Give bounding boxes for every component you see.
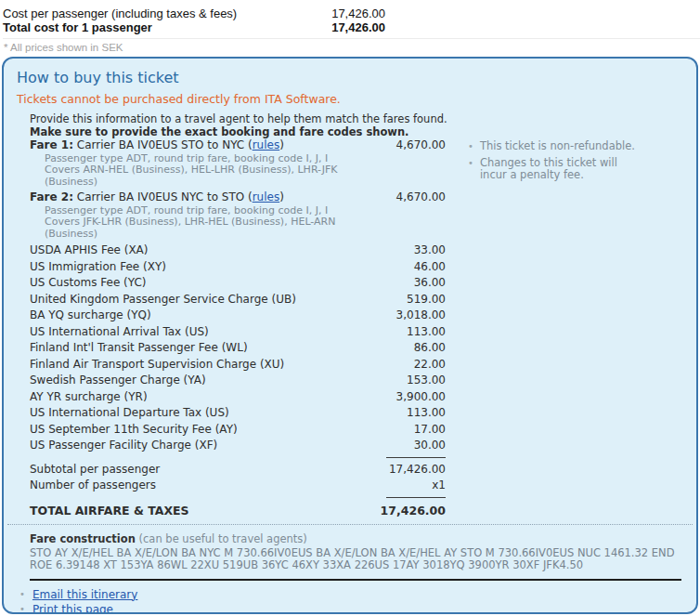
bullet-icon: • bbox=[468, 157, 473, 182]
fare-1-label: Fare 1: bbox=[30, 138, 73, 151]
total-cost-row: Total cost for 1 passenger 17,426.00 bbox=[3, 20, 385, 34]
fees-and-notes: Fare 1: Carrier BA IV0EUS STO to NYC (ru… bbox=[30, 138, 685, 519]
subtotal-row: Subtotal per passenger17,426.00 bbox=[30, 462, 446, 478]
bullet-icon: • bbox=[19, 602, 25, 614]
grand-total-row: TOTAL AIRFARE & TAXES17,426.00 bbox=[30, 502, 446, 519]
footer-links: • Email this itinerary • Print this page bbox=[19, 587, 685, 615]
ticket-notes: • This ticket is non-refundable. • Chang… bbox=[468, 138, 663, 519]
fare-2-covers: Covers JFK-LHR (Business), LHR-HEL (Busi… bbox=[45, 216, 390, 240]
panel-title: How to buy this ticket bbox=[17, 69, 685, 86]
fee-row-ub: United Kingdom Passenger Service Charge … bbox=[30, 292, 446, 308]
fee-row-ay: US September 11th Security Fee (AY)17.00 bbox=[30, 422, 446, 439]
print-page-row: • Print this page bbox=[19, 602, 685, 614]
fare-1-details: Passenger type ADT, round trip fare, boo… bbox=[45, 153, 390, 189]
cost-per-passenger-row: Cost per passenger (including taxes & fe… bbox=[3, 7, 385, 20]
fare-2-details: Passenger type ADT, round trip fare, boo… bbox=[45, 205, 390, 241]
intro-line-1: Provide this information to a travel age… bbox=[30, 113, 685, 126]
fare-1-description: Fare 1: Carrier BA IV0EUS STO to NYC (ru… bbox=[30, 138, 371, 152]
email-itinerary-row: • Email this itinerary bbox=[19, 587, 685, 603]
fare-1-covers: Covers ARN-HEL (Business), HEL-LHR (Busi… bbox=[45, 164, 390, 188]
fare-2-label: Fare 2: bbox=[30, 190, 73, 203]
fare-2-rules-link[interactable]: rules bbox=[253, 190, 280, 203]
fee-row-us-arrival: US International Arrival Tax (US)113.00 bbox=[30, 324, 446, 341]
total-rule bbox=[386, 497, 446, 498]
total-cost-value: 17,426.00 bbox=[274, 20, 385, 34]
bottom-divider bbox=[30, 579, 681, 581]
panel-content: Provide this information to a travel age… bbox=[30, 113, 685, 519]
fare-1-rules-link[interactable]: rules bbox=[253, 138, 280, 151]
note-penalty-fee: • Changes to this ticket will incur a pe… bbox=[468, 157, 663, 182]
fare-construction-title: Fare construction bbox=[30, 532, 136, 545]
fees-subtotal-rule bbox=[386, 457, 446, 458]
fee-row-xa: USDA APHIS Fee (XA)33.00 bbox=[30, 242, 446, 259]
fare-1-row: Fare 1: Carrier BA IV0EUS STO to NYC (ru… bbox=[30, 138, 446, 152]
fee-row-xf: US Passenger Facility Charge (XF)30.00 bbox=[30, 438, 446, 454]
cost-summary: Cost per passenger (including taxes & fe… bbox=[0, 0, 700, 57]
email-itinerary-link[interactable]: Email this itinerary bbox=[32, 587, 138, 603]
print-page-link[interactable]: Print this page bbox=[32, 602, 113, 614]
cost-per-passenger-label: Cost per passenger (including taxes & fe… bbox=[3, 7, 274, 20]
total-cost-label: Total cost for 1 passenger bbox=[3, 20, 274, 34]
fee-row-xy: US Immigration Fee (XY)46.00 bbox=[30, 259, 446, 276]
dotted-divider bbox=[7, 524, 693, 525]
fee-row-ya: Swedish Passenger Charge (YA)153.00 bbox=[30, 373, 446, 389]
how-to-buy-panel: How to buy this ticket Tickets cannot be… bbox=[2, 57, 698, 614]
fare-1-text: Carrier BA IV0EUS STO to NYC ( bbox=[73, 138, 253, 151]
fare-construction-section: Fare construction (can be useful to trav… bbox=[30, 532, 685, 572]
intro-line-2: Make sure to provide the exact booking a… bbox=[30, 126, 685, 139]
bullet-icon: • bbox=[19, 587, 25, 603]
fee-row-yc: US Customs Fee (YC)36.00 bbox=[30, 275, 446, 292]
currency-note: * All prices shown in SEK bbox=[3, 39, 700, 57]
fee-row-xu: Finland Air Transport Supervision Charge… bbox=[30, 357, 446, 374]
fare-2-close-paren: ) bbox=[279, 190, 284, 203]
fare-construction-hint: (can be useful to travel agents) bbox=[136, 532, 307, 545]
fee-row-yq: BA YQ surcharge (YQ)3,018.00 bbox=[30, 308, 446, 324]
fee-row-wl: Finland Int'l Transit Passenger Fee (WL)… bbox=[30, 340, 446, 357]
fare-1-value: 4,670.00 bbox=[371, 138, 446, 152]
fees-table: Fare 1: Carrier BA IV0EUS STO to NYC (ru… bbox=[30, 138, 446, 519]
fare-1-close-paren: ) bbox=[279, 138, 284, 151]
fare-construction-code: STO AY X/E/HEL BA X/E/LON BA NYC M 730.6… bbox=[30, 547, 680, 572]
cost-per-passenger-value: 17,426.00 bbox=[274, 7, 385, 20]
fare-2-value: 4,670.00 bbox=[371, 190, 446, 204]
purchase-warning: Tickets cannot be purchased directly fro… bbox=[17, 93, 685, 106]
fee-row-us-departure: US International Departure Tax (US)113.0… bbox=[30, 405, 446, 422]
fee-row-yr: AY YR surcharge (YR)3,900.00 bbox=[30, 389, 446, 406]
passengers-row: Number of passengersx1 bbox=[30, 478, 446, 494]
fare-2-description: Fare 2: Carrier BA IV0EUS NYC to STO (ru… bbox=[30, 190, 371, 204]
note-non-refundable: • This ticket is non-refundable. bbox=[468, 140, 663, 153]
fare-2-row: Fare 2: Carrier BA IV0EUS NYC to STO (ru… bbox=[30, 190, 446, 204]
fare-2-text: Carrier BA IV0EUS NYC to STO ( bbox=[73, 190, 253, 203]
bullet-icon: • bbox=[468, 140, 473, 153]
fare-breakdown-page: Cost per passenger (including taxes & fe… bbox=[0, 0, 700, 614]
